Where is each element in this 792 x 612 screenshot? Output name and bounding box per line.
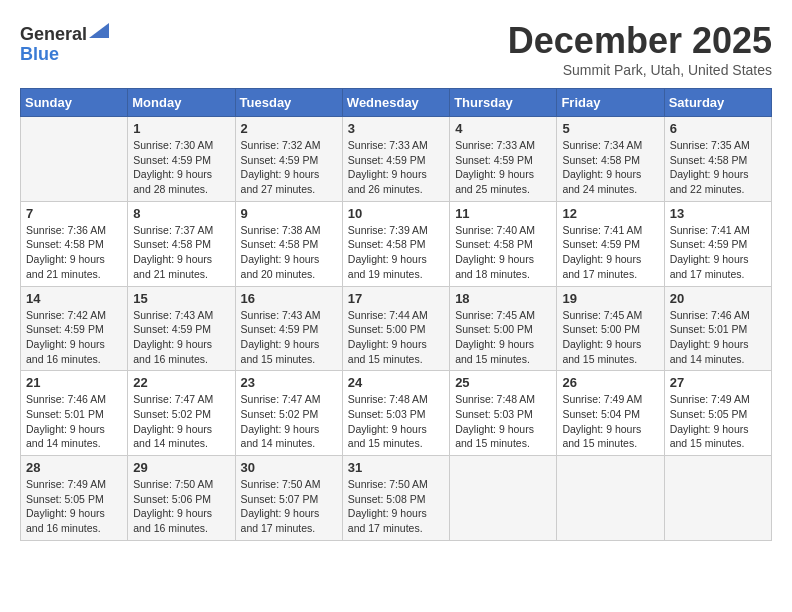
calendar-cell: 6Sunrise: 7:35 AMSunset: 4:58 PMDaylight… [664, 117, 771, 202]
calendar-cell: 13Sunrise: 7:41 AMSunset: 4:59 PMDayligh… [664, 201, 771, 286]
day-number: 14 [26, 291, 122, 306]
weekday-header-sunday: Sunday [21, 89, 128, 117]
day-info: Sunrise: 7:33 AMSunset: 4:59 PMDaylight:… [455, 138, 551, 197]
month-title: December 2025 [508, 20, 772, 62]
calendar-table: SundayMondayTuesdayWednesdayThursdayFrid… [20, 88, 772, 541]
calendar-week-row: 28Sunrise: 7:49 AMSunset: 5:05 PMDayligh… [21, 456, 772, 541]
calendar-cell: 15Sunrise: 7:43 AMSunset: 4:59 PMDayligh… [128, 286, 235, 371]
calendar-cell: 30Sunrise: 7:50 AMSunset: 5:07 PMDayligh… [235, 456, 342, 541]
day-info: Sunrise: 7:45 AMSunset: 5:00 PMDaylight:… [455, 308, 551, 367]
day-number: 8 [133, 206, 229, 221]
day-number: 16 [241, 291, 337, 306]
day-number: 17 [348, 291, 444, 306]
day-info: Sunrise: 7:49 AMSunset: 5:04 PMDaylight:… [562, 392, 658, 451]
calendar-cell [450, 456, 557, 541]
day-number: 12 [562, 206, 658, 221]
day-info: Sunrise: 7:32 AMSunset: 4:59 PMDaylight:… [241, 138, 337, 197]
calendar-cell: 31Sunrise: 7:50 AMSunset: 5:08 PMDayligh… [342, 456, 449, 541]
weekday-header-wednesday: Wednesday [342, 89, 449, 117]
day-number: 4 [455, 121, 551, 136]
day-number: 27 [670, 375, 766, 390]
day-info: Sunrise: 7:45 AMSunset: 5:00 PMDaylight:… [562, 308, 658, 367]
calendar-cell: 22Sunrise: 7:47 AMSunset: 5:02 PMDayligh… [128, 371, 235, 456]
calendar-cell: 29Sunrise: 7:50 AMSunset: 5:06 PMDayligh… [128, 456, 235, 541]
logo-icon [89, 18, 109, 38]
day-info: Sunrise: 7:49 AMSunset: 5:05 PMDaylight:… [670, 392, 766, 451]
day-info: Sunrise: 7:47 AMSunset: 5:02 PMDaylight:… [133, 392, 229, 451]
calendar-cell: 19Sunrise: 7:45 AMSunset: 5:00 PMDayligh… [557, 286, 664, 371]
calendar-cell: 28Sunrise: 7:49 AMSunset: 5:05 PMDayligh… [21, 456, 128, 541]
calendar-week-row: 21Sunrise: 7:46 AMSunset: 5:01 PMDayligh… [21, 371, 772, 456]
day-info: Sunrise: 7:48 AMSunset: 5:03 PMDaylight:… [455, 392, 551, 451]
page-header: General Blue December 2025 Summit Park, … [20, 20, 772, 78]
calendar-cell: 26Sunrise: 7:49 AMSunset: 5:04 PMDayligh… [557, 371, 664, 456]
day-number: 7 [26, 206, 122, 221]
day-number: 28 [26, 460, 122, 475]
calendar-cell: 7Sunrise: 7:36 AMSunset: 4:58 PMDaylight… [21, 201, 128, 286]
calendar-cell: 16Sunrise: 7:43 AMSunset: 4:59 PMDayligh… [235, 286, 342, 371]
calendar-week-row: 1Sunrise: 7:30 AMSunset: 4:59 PMDaylight… [21, 117, 772, 202]
day-info: Sunrise: 7:39 AMSunset: 4:58 PMDaylight:… [348, 223, 444, 282]
day-number: 6 [670, 121, 766, 136]
day-number: 3 [348, 121, 444, 136]
calendar-cell: 27Sunrise: 7:49 AMSunset: 5:05 PMDayligh… [664, 371, 771, 456]
svg-marker-0 [89, 23, 109, 38]
calendar-cell: 8Sunrise: 7:37 AMSunset: 4:58 PMDaylight… [128, 201, 235, 286]
day-number: 15 [133, 291, 229, 306]
day-number: 9 [241, 206, 337, 221]
day-number: 19 [562, 291, 658, 306]
calendar-cell: 3Sunrise: 7:33 AMSunset: 4:59 PMDaylight… [342, 117, 449, 202]
weekday-header-row: SundayMondayTuesdayWednesdayThursdayFrid… [21, 89, 772, 117]
calendar-cell: 25Sunrise: 7:48 AMSunset: 5:03 PMDayligh… [450, 371, 557, 456]
calendar-cell: 20Sunrise: 7:46 AMSunset: 5:01 PMDayligh… [664, 286, 771, 371]
day-info: Sunrise: 7:50 AMSunset: 5:06 PMDaylight:… [133, 477, 229, 536]
day-number: 23 [241, 375, 337, 390]
day-number: 2 [241, 121, 337, 136]
day-info: Sunrise: 7:41 AMSunset: 4:59 PMDaylight:… [562, 223, 658, 282]
day-number: 29 [133, 460, 229, 475]
calendar-cell: 23Sunrise: 7:47 AMSunset: 5:02 PMDayligh… [235, 371, 342, 456]
day-info: Sunrise: 7:44 AMSunset: 5:00 PMDaylight:… [348, 308, 444, 367]
day-info: Sunrise: 7:37 AMSunset: 4:58 PMDaylight:… [133, 223, 229, 282]
calendar-cell: 1Sunrise: 7:30 AMSunset: 4:59 PMDaylight… [128, 117, 235, 202]
logo-general: General [20, 24, 87, 44]
day-info: Sunrise: 7:43 AMSunset: 4:59 PMDaylight:… [241, 308, 337, 367]
day-info: Sunrise: 7:42 AMSunset: 4:59 PMDaylight:… [26, 308, 122, 367]
calendar-cell [557, 456, 664, 541]
calendar-cell: 4Sunrise: 7:33 AMSunset: 4:59 PMDaylight… [450, 117, 557, 202]
weekday-header-saturday: Saturday [664, 89, 771, 117]
weekday-header-monday: Monday [128, 89, 235, 117]
calendar-cell: 5Sunrise: 7:34 AMSunset: 4:58 PMDaylight… [557, 117, 664, 202]
day-info: Sunrise: 7:34 AMSunset: 4:58 PMDaylight:… [562, 138, 658, 197]
calendar-cell: 17Sunrise: 7:44 AMSunset: 5:00 PMDayligh… [342, 286, 449, 371]
day-number: 31 [348, 460, 444, 475]
day-info: Sunrise: 7:46 AMSunset: 5:01 PMDaylight:… [26, 392, 122, 451]
calendar-cell: 18Sunrise: 7:45 AMSunset: 5:00 PMDayligh… [450, 286, 557, 371]
logo: General Blue [20, 20, 109, 65]
weekday-header-friday: Friday [557, 89, 664, 117]
location: Summit Park, Utah, United States [508, 62, 772, 78]
day-info: Sunrise: 7:50 AMSunset: 5:08 PMDaylight:… [348, 477, 444, 536]
calendar-cell: 12Sunrise: 7:41 AMSunset: 4:59 PMDayligh… [557, 201, 664, 286]
day-number: 20 [670, 291, 766, 306]
day-info: Sunrise: 7:35 AMSunset: 4:58 PMDaylight:… [670, 138, 766, 197]
weekday-header-tuesday: Tuesday [235, 89, 342, 117]
day-info: Sunrise: 7:46 AMSunset: 5:01 PMDaylight:… [670, 308, 766, 367]
calendar-cell: 14Sunrise: 7:42 AMSunset: 4:59 PMDayligh… [21, 286, 128, 371]
day-info: Sunrise: 7:50 AMSunset: 5:07 PMDaylight:… [241, 477, 337, 536]
calendar-cell: 21Sunrise: 7:46 AMSunset: 5:01 PMDayligh… [21, 371, 128, 456]
calendar-cell [21, 117, 128, 202]
day-number: 5 [562, 121, 658, 136]
calendar-cell: 10Sunrise: 7:39 AMSunset: 4:58 PMDayligh… [342, 201, 449, 286]
day-number: 13 [670, 206, 766, 221]
day-info: Sunrise: 7:38 AMSunset: 4:58 PMDaylight:… [241, 223, 337, 282]
day-number: 11 [455, 206, 551, 221]
day-number: 21 [26, 375, 122, 390]
logo-blue: Blue [20, 44, 59, 64]
day-number: 10 [348, 206, 444, 221]
day-number: 26 [562, 375, 658, 390]
day-number: 18 [455, 291, 551, 306]
day-number: 22 [133, 375, 229, 390]
day-info: Sunrise: 7:47 AMSunset: 5:02 PMDaylight:… [241, 392, 337, 451]
day-info: Sunrise: 7:36 AMSunset: 4:58 PMDaylight:… [26, 223, 122, 282]
